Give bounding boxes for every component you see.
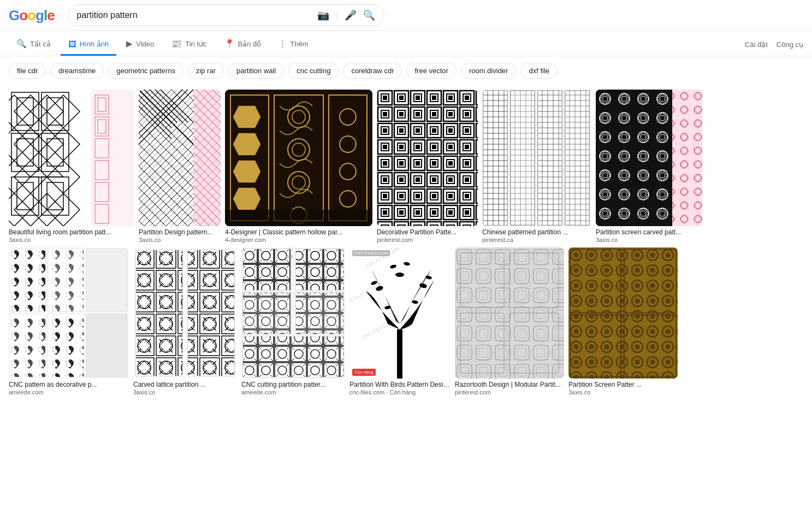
card-r2-6-source: 3axis.co [568,389,678,395]
tab-news[interactable]: 📰 Tin tức [164,33,214,56]
svg-rect-122 [296,249,343,290]
card-r1-5-source: pinterest.ca [482,237,591,243]
image-card-r2-3[interactable]: ole CNC cutting partition patter... amee… [241,247,345,395]
image-card-r1-4[interactable]: Decorative Partition Patte... pinterest.… [377,90,478,243]
card-r1-6-title: Partition screen carved patt... [596,228,702,236]
image-card-r1-6[interactable]: Partition screen carved patt... 3axis.co [596,90,702,243]
filter-chip-4[interactable]: partition wall [228,63,284,79]
filter-chip-1[interactable]: dreamstime [50,63,104,79]
pattern-svg-r1-6 [596,90,702,226]
tab-all-label: Tất cả [30,40,51,48]
svg-rect-126 [296,293,343,334]
image-card-r2-1[interactable]: CNC pattern as decorative p... ameede.co… [9,247,129,395]
tab-more-label: Thêm [290,40,308,48]
pattern-svg-r2-6 [568,247,678,379]
card-r2-4-source: cnc-files.com · Còn hàng [349,389,451,395]
camera-icon[interactable]: 📷 [317,9,329,21]
tab-images[interactable]: 🖼 Hình ảnh [61,34,117,56]
svg-rect-108 [136,250,182,376]
svg-rect-128 [243,336,343,377]
image-card-r2-5[interactable]: Razortooth Design | Modular Partit... pi… [455,247,564,395]
svg-rect-77 [511,91,535,225]
svg-rect-124 [243,293,291,334]
tools-link[interactable]: Công cụ [777,40,803,49]
card-r2-3-title: CNC cutting partition patter... [241,381,345,388]
filter-chip-5[interactable]: cnc cutting [288,63,339,79]
card-r1-2-title: Partition Design pattern... [139,228,221,236]
tab-video[interactable]: ▶ Video [118,33,162,56]
image-card-r2-4[interactable]: CNC-FILES.COM CNC-FILES.COM CNC-FILES.CO… [349,247,451,395]
svg-rect-90 [672,90,702,226]
filter-chip-6[interactable]: coreldraw cdr [343,63,402,79]
header: G o o g l e 📷 | 🎤 🔍 [0,0,812,31]
image-card-r1-3[interactable]: 4-Designer | Classic pattern hollow par.… [225,90,372,243]
filter-chip-3[interactable]: zip rar [188,63,224,79]
image-card-r1-5[interactable]: Chinese patterned partition ... pinteres… [482,90,591,243]
image-r2-4: CNC-FILES.COM CNC-FILES.COM CNC-FILES.CO… [349,247,451,379]
tab-maps[interactable]: 📍 Bản đồ [217,33,269,56]
filter-chip-8[interactable]: room divider [461,63,517,79]
nav-tabs: 🔍 Tất cả 🖼 Hình ảnh ▶ Video 📰 Tin tức 📍 … [0,31,812,56]
image-r2-2 [133,247,237,379]
logo-g: G [9,7,19,24]
pattern-svg-r1-3 [225,90,372,226]
search-bar[interactable]: 📷 | 🎤 🔍 [68,4,384,26]
image-card-r2-2[interactable]: Carved lattice partition ... 3axis.co [133,247,237,395]
image-r1-4 [377,90,478,226]
search-icon[interactable]: 🔍 [363,9,375,21]
all-icon: 🔍 [16,39,27,49]
image-r1-2 [139,90,221,226]
image-card-r1-2[interactable]: Partition Design pattern... 3axis.co [139,90,221,243]
svg-rect-120 [243,249,291,290]
svg-rect-110 [188,250,234,376]
image-row-1: Beautiful living room partition patt... … [9,90,803,243]
svg-rect-134 [397,329,402,379]
image-card-r2-6[interactable]: Partition Screen Patter ... 3axis.co [568,247,678,395]
pattern-svg-r1-5 [482,90,591,226]
video-icon: ▶ [126,39,133,49]
filter-chip-9[interactable]: dxf file [520,63,558,79]
pattern-svg-r2-3: ole [241,247,345,379]
card-r2-3-source: ameede.com [241,389,345,395]
card-r1-3-source: 4-designer.com [225,237,372,243]
microphone-icon[interactable]: 🎤 [345,9,357,21]
card-r2-4-title: Partition With Birds Pattern Design fil.… [349,381,451,388]
filter-chip-7[interactable]: free vector [406,63,456,79]
google-logo[interactable]: G o o g l e [9,7,55,24]
filter-chip-2[interactable]: geometric patterns [108,63,183,79]
logo-o1: o [19,7,27,24]
tab-all[interactable]: 🔍 Tất cả [9,33,58,56]
image-r2-5 [455,247,564,379]
svg-rect-89 [596,90,672,226]
svg-rect-96 [48,249,84,311]
card-r1-3-title: 4-Designer | Classic pattern hollow par.… [225,228,372,236]
tab-images-label: Hình ảnh [80,40,109,48]
svg-text:ole: ole [286,253,293,259]
svg-rect-59 [225,210,372,226]
tab-more[interactable]: ⋮ Thêm [271,33,316,56]
logo-e: e [47,7,54,24]
svg-rect-40 [139,90,193,226]
card-r2-6-title: Partition Screen Patter ... [568,381,678,388]
images-icon: 🖼 [68,39,76,49]
tab-news-label: Tin tức [185,40,206,48]
image-card-r1-1[interactable]: Beautiful living room partition patt... … [9,90,134,243]
card-r2-1-source: ameede.com [9,389,129,395]
maps-icon: 📍 [224,39,235,49]
tab-video-label: Video [136,40,154,48]
settings-link[interactable]: Cài đặt [745,40,768,49]
search-input[interactable] [77,10,311,20]
image-grid: Beautiful living room partition patt... … [0,85,812,404]
svg-rect-79 [538,91,562,225]
card-r2-2-title: Carved lattice partition ... [133,381,237,388]
tab-maps-label: Bản đồ [238,40,262,48]
card-r2-5-source: pinterest.com [455,389,564,395]
filter-chip-0[interactable]: file cdr [9,63,46,79]
card-r2-5-title: Razortooth Design | Modular Partit... [455,381,564,388]
pattern-svg-r1-4 [377,90,478,226]
image-row-2: CNC pattern as decorative p... ameede.co… [9,247,803,395]
svg-rect-43 [193,90,221,226]
pattern-svg-r1-2 [139,90,221,226]
pattern-svg-r2-5 [455,247,564,379]
image-r1-5 [482,90,591,226]
